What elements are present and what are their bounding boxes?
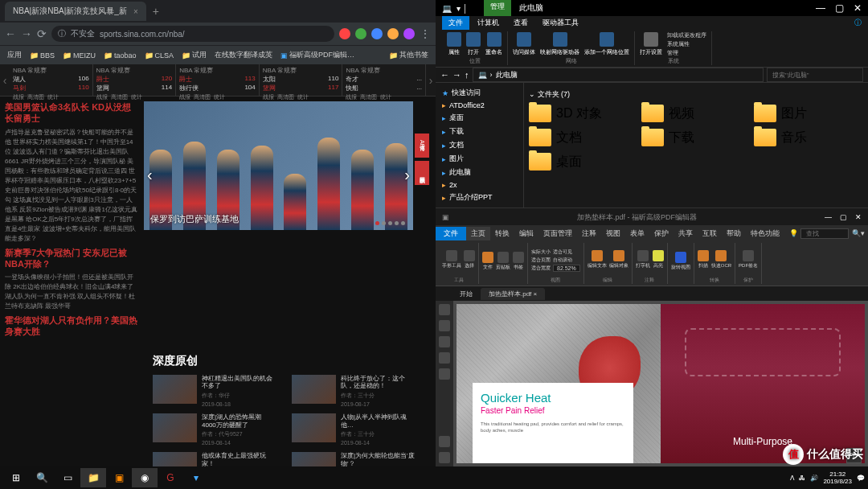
typewriter-button[interactable]: 打字机 bbox=[636, 250, 650, 269]
quick-access[interactable]: ★快速访问 bbox=[439, 86, 520, 100]
start-button[interactable]: ⊞ bbox=[3, 468, 29, 487]
comments-panel-button[interactable] bbox=[439, 336, 450, 347]
volume-icon[interactable]: 🔊 bbox=[810, 475, 818, 482]
sidebar-item[interactable]: ▸产品介绍PPT bbox=[439, 191, 520, 204]
mobile-promo-button[interactable]: 手机新浪网 bbox=[415, 161, 429, 185]
ribbon-tab[interactable]: 编辑 bbox=[514, 227, 538, 240]
score-card[interactable]: NBA 常规赛 太阳110 篮网117 战报高清图统计 bbox=[260, 64, 343, 96]
ribbon-tab[interactable]: 帮助 bbox=[722, 227, 746, 240]
forward-button[interactable]: → bbox=[21, 27, 32, 40]
carousel-dots[interactable] bbox=[375, 221, 405, 225]
score-card[interactable]: NBA 常规赛 爵士113 独行侠104 战报高清图统计 bbox=[176, 64, 260, 96]
back-button[interactable]: ← bbox=[5, 27, 16, 40]
title-bar[interactable]: ▣ 加热垫样本.pdf - 福昕高级PDF编辑器 — ▢ ✕ bbox=[436, 209, 868, 225]
folder-item[interactable]: 图片 bbox=[754, 105, 850, 122]
autoscroll-button[interactable]: 自动滚动 bbox=[553, 257, 580, 264]
clipboard-button[interactable]: 剪贴板 bbox=[496, 252, 510, 271]
bookmark-button[interactable]: 书签 bbox=[513, 252, 524, 271]
bookmark[interactable]: ▣福昕高级PDF编辑… bbox=[278, 50, 357, 60]
task-view-button[interactable]: ▭ bbox=[55, 468, 80, 487]
folder-item[interactable]: 3D 对象 bbox=[529, 105, 625, 122]
zoom-level[interactable]: 82.52% bbox=[553, 265, 580, 272]
headline-link[interactable]: 美国男篮认命3名队长 KD从没想长留勇士 bbox=[5, 101, 137, 125]
sidebar-item[interactable]: ▸此电脑 bbox=[439, 166, 520, 179]
sidebar-item[interactable]: ▸下载 bbox=[439, 125, 520, 138]
ribbon-tab[interactable]: 保护 bbox=[649, 227, 674, 240]
properties-button[interactable]: 属性 bbox=[447, 32, 461, 56]
article-card[interactable]: 深度|为何大能轮也能当'废物'？作者：brad2019-08-13 bbox=[292, 452, 416, 466]
clock-date[interactable]: 2019/8/23 bbox=[823, 478, 852, 485]
zoom-width-button[interactable]: 适合宽度 bbox=[531, 265, 551, 272]
document-tab[interactable]: 加热垫样本.pdf × bbox=[481, 288, 545, 300]
ribbon-tab[interactable]: 主页 bbox=[466, 227, 490, 240]
article-card[interactable]: 神杠精退出美国队的机会不多了作者：华仔2019-08-18 bbox=[153, 375, 277, 407]
folder-item[interactable]: 下载 bbox=[641, 129, 738, 146]
ribbon-tab[interactable]: 计算机 bbox=[471, 16, 506, 30]
open-button[interactable]: 打开 bbox=[466, 32, 481, 56]
notifications-button[interactable]: 💬 bbox=[857, 475, 865, 482]
bookmark[interactable]: 在线数字翻译成英 bbox=[212, 50, 275, 60]
ribbon-tab[interactable]: 转换 bbox=[490, 227, 514, 240]
menu-icon[interactable]: ⋮ bbox=[420, 27, 431, 40]
help-icon[interactable]: ⓘ bbox=[854, 18, 862, 28]
score-card[interactable]: NBA 常规赛 爵士120 篮网114 战报高清图统计 bbox=[93, 64, 177, 96]
clock-time[interactable]: 21:32 bbox=[823, 471, 852, 478]
title-bar[interactable]: 💻 ▾ │ 管理 此电脑 — ▢ ✕ bbox=[436, 0, 868, 16]
folder-item[interactable]: 桌面 bbox=[529, 153, 625, 171]
ribbon-tab[interactable]: 查看 bbox=[507, 16, 534, 30]
score-card[interactable]: NBA 常规赛 湖人106 马刺110 战报高清图统计 bbox=[10, 64, 93, 96]
carousel-next-button[interactable]: › bbox=[404, 166, 410, 184]
scroll-right-button[interactable]: › bbox=[426, 64, 436, 96]
security-panel-button[interactable] bbox=[439, 436, 450, 447]
article-card[interactable]: 他或体育史上最强硬玩家！作者：三十分2019-08-13 bbox=[153, 452, 277, 466]
sidebar-item[interactable]: ▸文档 bbox=[439, 138, 520, 152]
zoom-page-button[interactable]: 适合页面 bbox=[531, 257, 551, 264]
file-tab[interactable]: 文件 bbox=[436, 227, 466, 240]
folder-item[interactable]: 音乐 bbox=[754, 129, 850, 146]
hand-tool-button[interactable]: 手形工具 bbox=[442, 250, 461, 269]
bookmark[interactable]: 📁CLSA bbox=[142, 51, 177, 60]
browser-tab[interactable]: NBA|新浪NBA|新浪竞技风暴_新 × bbox=[5, 2, 146, 21]
sidebar-item[interactable]: ▸2x bbox=[439, 179, 520, 191]
article-card[interactable]: 科比终于放心了：这个队，还是稳的！作者：三十分2019-08-17 bbox=[292, 375, 416, 407]
group-header[interactable]: ⌄ 文件夹 (7) bbox=[529, 88, 863, 101]
path-bar[interactable]: 💻 › 此电脑 bbox=[473, 68, 764, 82]
sidebar-item[interactable]: ▸ATDoffice2 bbox=[439, 100, 520, 111]
pages-panel-button[interactable] bbox=[439, 320, 450, 331]
search-input[interactable] bbox=[800, 228, 849, 239]
ribbon-tab[interactable]: 驱动器工具 bbox=[536, 16, 585, 30]
media-button[interactable]: 访问媒体 bbox=[513, 32, 535, 56]
score-card[interactable]: NBA 常规赛 奇才... 快船... 战报高清图统计 bbox=[342, 64, 426, 96]
search-input[interactable] bbox=[767, 68, 863, 82]
search-icon[interactable]: 🔍▾ bbox=[852, 229, 865, 237]
ribbon-tab[interactable]: 共享 bbox=[674, 227, 698, 240]
edit-object-button[interactable]: 编辑对象 bbox=[609, 250, 628, 269]
bookmark[interactable]: 📁taobao bbox=[101, 51, 139, 60]
bookmark[interactable]: 📁MEIZU bbox=[60, 51, 98, 60]
settings-button[interactable]: 打开设置 bbox=[640, 32, 662, 56]
add-location-button[interactable]: 添加一个网络位置 bbox=[584, 32, 629, 56]
sidebar-item[interactable]: ▸桌面 bbox=[439, 111, 520, 125]
maximize-button[interactable]: ▢ bbox=[835, 2, 844, 14]
attachments-panel-button[interactable] bbox=[439, 352, 450, 364]
minimize-button[interactable]: — bbox=[825, 213, 832, 221]
scan-button[interactable]: 扫描 bbox=[698, 250, 709, 269]
up-button[interactable]: ↑ bbox=[465, 70, 469, 80]
highlight-button[interactable]: 高亮 bbox=[653, 250, 664, 269]
zoom-actual-button[interactable]: 实际大小 bbox=[531, 249, 551, 256]
bookmark[interactable]: 应用 bbox=[5, 50, 24, 60]
ribbon-tab[interactable]: 互联 bbox=[698, 227, 722, 240]
folder-item[interactable]: 文档 bbox=[529, 129, 625, 146]
select-button[interactable]: 选择 bbox=[464, 250, 475, 269]
zoom-visible-button[interactable]: 适合可见 bbox=[553, 249, 580, 256]
hero-carousel[interactable]: ‹ › 保罗到访巴萨训练基地 体育APP 手机新浪网 bbox=[144, 101, 413, 341]
app-taskbar-button[interactable]: G bbox=[158, 468, 183, 487]
bookmarks-panel-button[interactable] bbox=[439, 304, 450, 315]
app-promo-button[interactable]: 体育APP bbox=[415, 134, 429, 158]
path-segment[interactable]: 此电脑 bbox=[496, 70, 518, 80]
start-tab[interactable]: 开始 bbox=[452, 288, 481, 300]
headline-link[interactable]: 霍华德对湖人只有负作用？美国热身赛大胜 bbox=[5, 314, 137, 338]
extension-icon[interactable] bbox=[339, 28, 350, 39]
scroll-left-button[interactable]: ‹ bbox=[0, 64, 10, 96]
file-button[interactable]: 文件 bbox=[482, 252, 493, 271]
